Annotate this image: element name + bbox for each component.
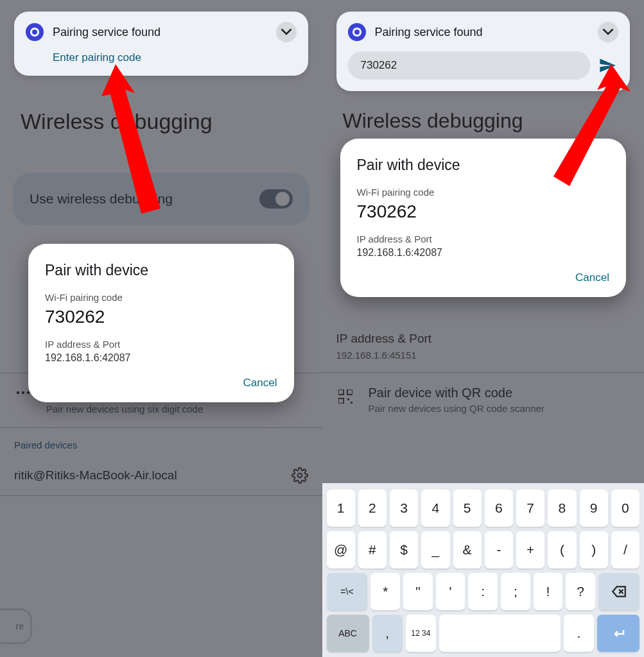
key-slash[interactable]: / [611, 531, 640, 568]
key-backspace-icon[interactable] [598, 573, 640, 610]
ip-value: 192.168.1.6:42087 [357, 247, 610, 259]
pairing-banner: Pairing service found 730262 [336, 12, 631, 91]
paired-devices-header: Paired devices [0, 428, 322, 456]
soft-keyboard: 1 2 3 4 5 6 7 8 9 0 @ # $ _ & - + ( ) / … [322, 483, 645, 657]
svg-point-1 [22, 391, 24, 394]
pair-code-subtitle: Pair new devices using six digit code [46, 404, 210, 414]
svg-point-3 [297, 474, 302, 478]
qr-icon [336, 389, 354, 404]
key-semicolon[interactable]: ; [501, 573, 530, 610]
pairing-code: 730262 [45, 307, 277, 327]
key-lparen[interactable]: ( [548, 531, 576, 568]
svg-point-0 [17, 391, 19, 394]
send-icon[interactable] [596, 55, 618, 76]
key-6[interactable]: 6 [485, 490, 513, 527]
bug-icon [348, 23, 366, 41]
wireless-debug-toggle-card[interactable]: Use wireless debugging [13, 173, 309, 225]
code-label: Wi-Fi pairing code [45, 292, 277, 303]
key-symbols[interactable]: =\< [327, 573, 368, 610]
key-abc[interactable]: ABC [327, 615, 369, 652]
ip-value: 192.168.1.6:45151 [336, 350, 631, 361]
code-label: Wi-Fi pairing code [357, 187, 610, 198]
svg-rect-8 [347, 398, 349, 400]
toggle-label: Use wireless debugging [30, 191, 173, 207]
key-comma[interactable]: , [372, 615, 403, 652]
key-hash[interactable]: # [358, 531, 387, 568]
key-colon[interactable]: : [468, 573, 498, 610]
key-8[interactable]: 8 [548, 490, 576, 527]
key-underscore[interactable]: _ [421, 531, 449, 568]
key-at[interactable]: @ [327, 531, 355, 568]
key-numpad[interactable]: 12 34 [406, 615, 436, 652]
key-enter-icon[interactable] [597, 615, 640, 652]
bug-icon [26, 23, 44, 41]
pair-qr-subtitle: Pair new devices using QR code scanner [369, 403, 544, 414]
key-dollar[interactable]: $ [390, 531, 418, 568]
page-title: Wireless debugging [343, 109, 645, 133]
key-minus[interactable]: - [485, 531, 513, 568]
key-rparen[interactable]: ) [580, 531, 608, 568]
dialog-title: Pair with device [357, 157, 610, 174]
pair-qr-row[interactable]: Pair device with QR code Pair new device… [322, 373, 645, 427]
pairing-banner: Pairing service found Enter pairing code [14, 12, 308, 76]
keyboard-row-1: 1 2 3 4 5 6 7 8 9 0 [325, 490, 642, 527]
pair-qr-title: Pair device with QR code [369, 386, 544, 400]
keyboard-row-2: @ # $ _ & - + ( ) / [325, 531, 642, 568]
keyboard-row-3: =\< * " ' : ; ! ? [325, 573, 642, 610]
chevron-down-icon[interactable] [276, 22, 297, 42]
svg-rect-6 [347, 389, 352, 395]
partial-button: re [0, 608, 32, 644]
key-dquote[interactable]: " [403, 573, 433, 610]
ip-value: 192.168.1.6:42087 [45, 352, 277, 364]
gear-icon[interactable] [292, 467, 308, 484]
key-space[interactable] [439, 615, 561, 652]
screenshot-left: Wireless debugging Use wireless debuggin… [0, 0, 322, 657]
keyboard-row-4: ABC , 12 34 . [325, 615, 642, 652]
pair-dialog: Pair with device Wi-Fi pairing code 7302… [28, 244, 294, 402]
key-4[interactable]: 4 [421, 490, 449, 527]
chevron-down-icon[interactable] [598, 22, 618, 42]
key-2[interactable]: 2 [358, 490, 387, 527]
page-title: Wireless debugging [21, 109, 322, 134]
enter-pairing-code-link[interactable]: Enter pairing code [53, 51, 297, 64]
key-1[interactable]: 1 [327, 490, 355, 527]
key-dot[interactable]: . [564, 615, 594, 652]
pairing-code: 730262 [357, 201, 610, 222]
ip-label: IP address & Port [45, 339, 277, 350]
key-0[interactable]: 0 [611, 490, 640, 527]
cancel-button[interactable]: Cancel [243, 377, 277, 389]
svg-rect-7 [338, 398, 344, 404]
device-name: ritik@Ritiks-MacBook-Air.local [14, 468, 177, 482]
key-9[interactable]: 9 [580, 490, 608, 527]
key-qmark[interactable]: ? [566, 573, 595, 610]
paired-device-row[interactable]: ritik@Ritiks-MacBook-Air.local [0, 456, 322, 495]
banner-title: Pairing service found [375, 26, 589, 39]
toggle-switch[interactable] [259, 189, 293, 209]
key-plus[interactable]: + [516, 531, 544, 568]
key-7[interactable]: 7 [516, 490, 544, 527]
ip-label: IP address & Port [336, 332, 631, 346]
key-5[interactable]: 5 [453, 490, 482, 527]
screenshot-right: Wireless debugging IP address & Port 192… [322, 0, 645, 657]
svg-rect-9 [351, 402, 352, 404]
cancel-button[interactable]: Cancel [575, 271, 609, 284]
key-3[interactable]: 3 [390, 490, 418, 527]
pair-dialog: Pair with device Wi-Fi pairing code 7302… [340, 139, 627, 297]
key-bang[interactable]: ! [534, 573, 563, 610]
key-squote[interactable]: ' [436, 573, 466, 610]
key-amp[interactable]: & [453, 531, 482, 568]
dialog-title: Pair with device [45, 262, 277, 279]
pairing-code-input[interactable]: 730262 [348, 51, 591, 80]
key-star[interactable]: * [370, 573, 400, 610]
banner-title: Pairing service found [53, 26, 267, 39]
svg-rect-5 [338, 389, 344, 395]
ip-label: IP address & Port [357, 234, 610, 244]
